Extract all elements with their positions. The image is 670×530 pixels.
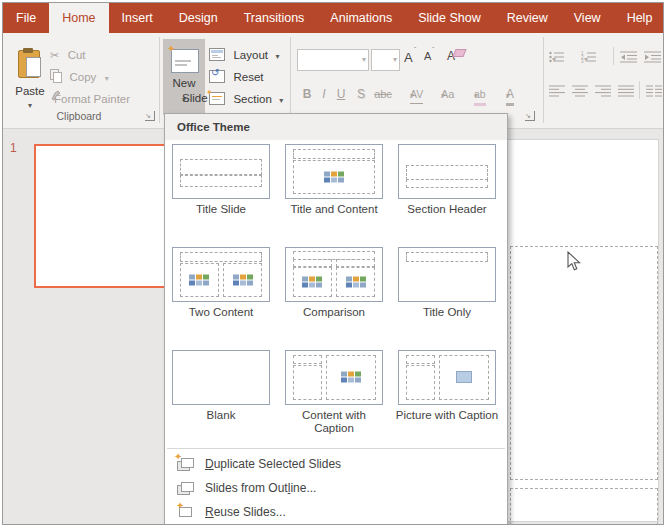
numbering-icon: 123	[581, 51, 597, 63]
tab-animations[interactable]: Animations	[317, 3, 405, 33]
layout-dropdown-arrow-icon: ▾	[275, 52, 279, 61]
tab-review[interactable]: Review	[494, 3, 561, 33]
tab-slide-show[interactable]: Slide Show	[405, 3, 494, 33]
menu-item-duplicate-selected-slides[interactable]: ✦ Duplicate Selected Slides	[165, 452, 507, 476]
tab-insert[interactable]: Insert	[109, 3, 166, 33]
layout-option-content-with-caption[interactable]: Content with Caption	[282, 350, 386, 435]
justify-icon	[618, 85, 634, 97]
clipboard-group-label: Clipboard	[3, 110, 155, 122]
layout-option-two-content[interactable]: Two Content	[169, 247, 273, 319]
layout-option-title-only[interactable]: Title Only	[395, 247, 499, 319]
content-placeholder[interactable]	[510, 246, 658, 480]
tab-home[interactable]: Home	[49, 3, 108, 33]
gallery-header: Office Theme	[165, 114, 507, 140]
decrease-indent-icon	[620, 51, 637, 63]
change-case-button[interactable]: Aa ▾	[429, 85, 457, 103]
content-icons	[189, 274, 209, 285]
new-slide-button[interactable]: ✦ New Slide ▾	[163, 39, 205, 115]
content-icons	[233, 274, 253, 285]
tab-file[interactable]: File	[3, 3, 49, 33]
columns-icon	[646, 85, 662, 97]
clipboard-dialog-launcher[interactable]: ↘	[145, 111, 155, 121]
font-color-button[interactable]: A ▾	[495, 85, 521, 103]
layout-option-comparison[interactable]: Comparison	[282, 247, 386, 319]
layout-thumbnail	[398, 144, 496, 199]
font-size-dropdown-arrow-icon[interactable]: ▾	[393, 55, 397, 64]
layout-option-picture-with-caption[interactable]: Picture with Caption	[395, 350, 499, 422]
layout-thumbnail	[398, 247, 496, 302]
layout-option-label: Section Header	[395, 203, 499, 216]
bullets-icon	[549, 51, 565, 63]
placeholder-box	[293, 160, 376, 194]
align-center-icon	[572, 85, 588, 97]
group-divider	[543, 37, 544, 123]
character-spacing-button[interactable]: AV ▾	[397, 85, 427, 103]
eraser-icon	[452, 49, 466, 57]
ribbon-tab-bar: File Home Insert Design Transitions Anim…	[3, 3, 663, 33]
copy-icon	[50, 69, 61, 81]
menu-divider	[167, 448, 505, 449]
section-button[interactable]: ✦ Section ▾	[209, 89, 283, 107]
layout-option-label: Two Content	[169, 306, 273, 319]
section-dropdown-arrow-icon: ▾	[279, 96, 283, 105]
font-name-combobox[interactable]: ▾	[297, 49, 369, 71]
strikethrough-button[interactable]: abc	[371, 85, 395, 103]
reuse-slides-icon: ✦	[177, 505, 194, 519]
picture-icon	[456, 371, 472, 383]
slides-from-outline-icon	[177, 481, 194, 495]
font-name-dropdown-arrow-icon[interactable]: ▾	[362, 55, 366, 64]
bold-button[interactable]: B	[299, 85, 315, 103]
layout-option-label: Blank	[169, 409, 273, 422]
paste-dropdown-arrow-icon[interactable]: ▾	[9, 101, 51, 110]
layout-option-label: Title Slide	[169, 203, 273, 216]
layout-option-title-and-content[interactable]: Title and Content	[282, 144, 386, 216]
placeholder-box	[293, 267, 332, 297]
placeholder-box	[223, 263, 262, 297]
layout-button[interactable]: Layout ▾	[209, 45, 279, 63]
tab-transitions[interactable]: Transitions	[231, 3, 318, 33]
layout-option-section-header[interactable]: Section Header	[395, 144, 499, 216]
layout-thumbnail	[172, 144, 270, 199]
highlight-color-button[interactable]: ab ▾	[461, 85, 491, 103]
underline-button[interactable]: U	[333, 85, 349, 103]
copy-button[interactable]: Copy ▾	[50, 67, 109, 83]
tab-design[interactable]: Design	[166, 3, 231, 33]
content-icons	[302, 276, 322, 287]
new-slide-layout-gallery: Office Theme Title Slide Title and Conte…	[164, 113, 508, 525]
font-size-combobox[interactable]: ▾	[371, 49, 400, 71]
tab-view[interactable]: View	[561, 3, 614, 33]
menu-item-reuse-slides[interactable]: ✦ Reuse Slides...	[165, 500, 507, 524]
text-placeholder[interactable]	[510, 488, 658, 525]
layout-icon	[209, 48, 225, 61]
layout-option-label: Title and Content	[282, 203, 386, 216]
cut-button[interactable]: ✂ Cut	[50, 45, 86, 61]
format-painter-button[interactable]: Format Painter	[50, 89, 130, 105]
paste-icon	[18, 48, 42, 78]
small-divider	[613, 47, 614, 65]
layout-option-label: Content with Caption	[282, 409, 386, 435]
placeholder-box	[406, 179, 489, 188]
placeholder-box	[336, 267, 375, 297]
paste-button[interactable]: Paste ▾	[9, 39, 51, 115]
placeholder-box	[326, 355, 376, 399]
section-icon: ✦	[209, 92, 225, 105]
placeholder-box	[180, 263, 219, 297]
slide-number: 1	[10, 141, 17, 155]
placeholder-box	[406, 252, 489, 262]
small-divider	[639, 81, 640, 99]
layout-option-blank[interactable]: Blank	[169, 350, 273, 422]
reset-button[interactable]: ↺ Reset	[209, 67, 264, 85]
text-shadow-button[interactable]: S	[353, 85, 369, 103]
numbering-button[interactable]: 123 ▾	[581, 51, 588, 69]
new-slide-icon: ✦	[171, 49, 199, 73]
placeholder-box	[180, 252, 263, 262]
bullets-button[interactable]: ▾	[549, 51, 556, 69]
menu-item-slides-from-outline[interactable]: Slides from Outline...	[165, 476, 507, 500]
italic-button[interactable]: I	[317, 85, 331, 103]
align-right-icon	[595, 85, 611, 97]
layout-option-title-slide[interactable]: Title Slide	[169, 144, 273, 216]
font-dialog-launcher[interactable]: ↘	[525, 111, 535, 121]
increase-indent-icon	[644, 51, 661, 63]
tab-help[interactable]: Help	[614, 3, 664, 33]
align-left-icon	[549, 85, 565, 97]
